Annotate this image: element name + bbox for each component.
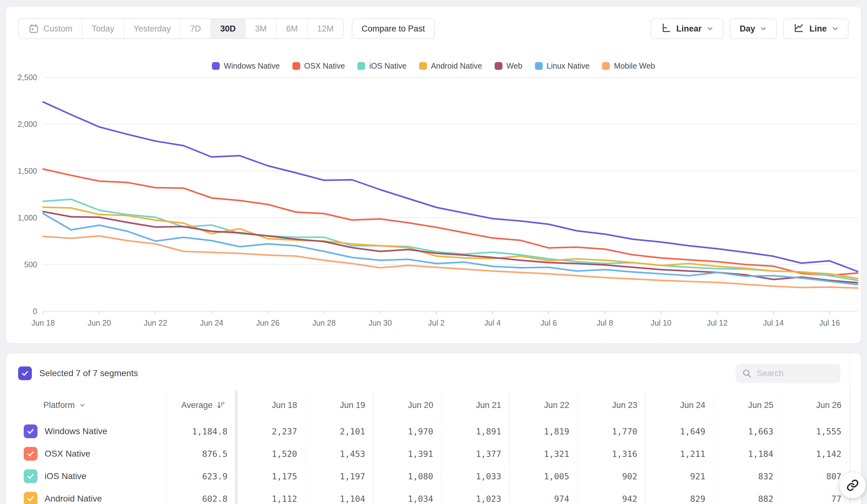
frozen-column-divider [235, 390, 237, 420]
day-value-cell: 902 [578, 465, 646, 487]
legend-item-windows-native[interactable]: Windows Native [212, 62, 280, 70]
range-option-yesterday[interactable]: Yesterday [124, 19, 180, 39]
segment-checkbox[interactable] [24, 469, 38, 483]
frozen-column-divider [235, 487, 237, 504]
segment-checkbox[interactable] [24, 425, 38, 438]
x-axis-tick-label: Jul 8 [597, 318, 613, 327]
segments-table-card: Selected 7 of 7 segments Platform Averag… [6, 353, 861, 504]
range-option-label: Custom [43, 24, 72, 34]
x-axis-tick-label: Jun 20 [87, 318, 111, 327]
range-option-label: 3M [255, 24, 267, 34]
range-option-12m[interactable]: 12M [307, 19, 343, 39]
range-option-custom[interactable]: Custom [19, 19, 82, 39]
day-value-cell: 882 [714, 487, 782, 504]
day-value-cell: 1,023 [442, 487, 510, 504]
day-column-header: Jun 18 [237, 390, 306, 420]
y-axis-tick-label: 1,500 [18, 166, 37, 175]
platform-column-header[interactable]: Platform [6, 390, 166, 420]
x-axis-tick-label: Jun 18 [31, 318, 55, 327]
chevron-down-icon [79, 402, 86, 409]
legend-label: Windows Native [224, 62, 280, 70]
share-link-button[interactable] [839, 472, 866, 498]
day-value-cell: 1,211 [646, 442, 714, 465]
average-value-cell: 876.5 [166, 442, 235, 465]
legend-label: iOS Native [369, 62, 406, 70]
table-row-windows-native: Windows Native1,184.82,2372,1011,9701,89… [6, 420, 861, 442]
day-column-header: Jun 21 [442, 390, 510, 420]
day-value-cell: 1,033 [442, 465, 510, 487]
platform-cell: iOS Native [6, 465, 166, 487]
chart-toolbar: CustomTodayYesterday7D30D3M6M12M Compare… [6, 7, 861, 39]
x-axis-tick-label: Jun 30 [368, 318, 392, 327]
legend-item-mobile-web[interactable]: Mobile Web [602, 62, 655, 70]
day-value-cell: 1,819 [510, 420, 578, 442]
x-axis-tick-label: Jul 2 [428, 318, 445, 327]
y-axis-tick-label: 500 [24, 260, 37, 269]
chart-type-select-button[interactable]: Line [783, 19, 848, 39]
platform-name: Android Native [45, 494, 102, 504]
average-value-cell: 602.8 [166, 487, 235, 504]
check-icon [21, 369, 29, 378]
calendar-icon [29, 23, 39, 34]
day-value-cell: 1,316 [578, 442, 646, 465]
chart-type-select-label: Line [809, 24, 827, 34]
legend-item-linux-native[interactable]: Linux Native [535, 62, 590, 70]
select-all-checkbox[interactable] [18, 366, 32, 380]
check-icon [26, 472, 35, 481]
table-row-android-native: Android Native602.81,1121,1041,0341,0239… [6, 487, 861, 504]
range-option-label: 6M [286, 24, 298, 34]
segment-checkbox[interactable] [24, 492, 38, 504]
interval-select-button[interactable]: Day [730, 19, 777, 39]
axis-icon [661, 22, 671, 35]
range-option-30d[interactable]: 30D [210, 19, 245, 39]
table-controls: Selected 7 of 7 segments [6, 353, 861, 390]
compare-to-past-button[interactable]: Compare to Past [352, 19, 435, 39]
check-icon [26, 449, 35, 458]
platform-name: iOS Native [45, 471, 86, 481]
legend-item-osx-native[interactable]: OSX Native [292, 62, 345, 70]
legend-label: Web [506, 62, 523, 70]
day-value-cell: 1,142 [782, 442, 850, 465]
legend-label: OSX Native [304, 62, 345, 70]
interval-select-label: Day [740, 24, 755, 34]
day-column-header: Jun 26 [782, 390, 850, 420]
range-option-today[interactable]: Today [82, 19, 124, 39]
scale-select-button[interactable]: Linear [651, 19, 724, 39]
legend-item-ios-native[interactable]: iOS Native [357, 62, 406, 70]
range-option-6m[interactable]: 6M [276, 19, 308, 39]
day-value-cell: 1,005 [510, 465, 578, 487]
scale-select-label: Linear [676, 24, 702, 34]
x-axis-tick-label: Jul 16 [819, 318, 840, 327]
legend-item-web[interactable]: Web [495, 62, 523, 70]
day-value-cell: 77 [782, 487, 850, 504]
frozen-column-divider [235, 420, 237, 442]
chevron-down-icon [832, 25, 838, 32]
legend-swatch [535, 62, 543, 70]
range-option-label: 7D [190, 24, 201, 34]
range-option-3m[interactable]: 3M [245, 19, 276, 39]
range-option-7d[interactable]: 7D [180, 19, 210, 39]
day-value-cell: 832 [714, 465, 782, 487]
day-value-cell: 1,970 [374, 420, 442, 442]
segment-checkbox[interactable] [24, 447, 38, 461]
chevron-down-icon [760, 25, 767, 32]
legend-swatch [292, 62, 300, 70]
platform-name: OSX Native [45, 449, 90, 459]
legend-item-android-native[interactable]: Android Native [419, 62, 482, 70]
x-axis-tick-label: Jul 14 [763, 318, 784, 327]
chart-plot-area[interactable] [43, 77, 858, 311]
day-column-header: Jun 24 [646, 390, 714, 420]
day-value-cell: 1,377 [442, 442, 510, 465]
day-value-cell: 2,237 [237, 420, 306, 442]
average-column-header[interactable]: Average [166, 390, 235, 420]
table-row-osx-native: OSX Native876.51,5201,4531,3911,3771,321… [6, 442, 861, 465]
range-option-label: Yesterday [133, 24, 171, 34]
compare-to-past-label: Compare to Past [362, 24, 425, 34]
search-input[interactable] [757, 369, 828, 378]
range-option-label: Today [92, 24, 114, 34]
average-value-cell: 1,184.8 [166, 420, 235, 442]
day-value-cell: 1,112 [237, 487, 306, 504]
frozen-column-divider [235, 465, 237, 487]
legend-label: Mobile Web [614, 62, 655, 70]
day-value-cell: 1,080 [374, 465, 442, 487]
